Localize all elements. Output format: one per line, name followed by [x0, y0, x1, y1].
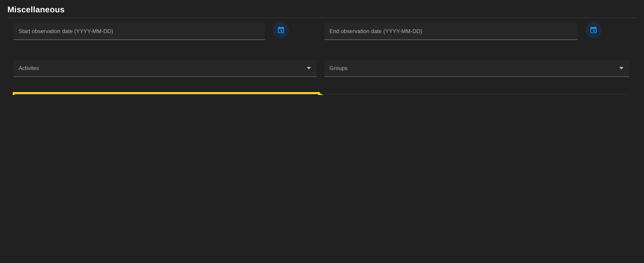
end-date-placeholder: End observation date (YYYY-MM-DD)	[329, 28, 422, 34]
observers-select[interactable]: Observers	[14, 94, 316, 95]
groups-label: Groups	[329, 65, 348, 71]
activities-label: Activites	[18, 65, 39, 71]
groups-select[interactable]: Groups	[324, 60, 629, 77]
calendar-icon	[589, 26, 598, 34]
end-date-calendar-button[interactable]	[585, 22, 602, 38]
start-date-input[interactable]: Start observation date (YYYY-MM-DD)	[14, 23, 265, 40]
misc-section-title: Miscellaneous	[8, 5, 64, 14]
end-date-input[interactable]: End observation date (YYYY-MM-DD)	[324, 23, 578, 40]
chevron-down-icon	[620, 67, 624, 70]
start-date-calendar-button[interactable]	[273, 22, 289, 38]
calendar-icon	[277, 26, 285, 34]
callout-lines	[0, 0, 644, 95]
section-divider	[8, 18, 636, 18]
activities-select[interactable]: Activites	[14, 60, 316, 77]
page: Miscellaneous Start observation date (YY…	[0, 0, 644, 95]
start-date-placeholder: Start observation date (YYYY-MM-DD)	[18, 28, 113, 34]
chief-scientists-select[interactable]: Chief Scientists	[324, 94, 629, 95]
chevron-down-icon	[307, 67, 311, 70]
